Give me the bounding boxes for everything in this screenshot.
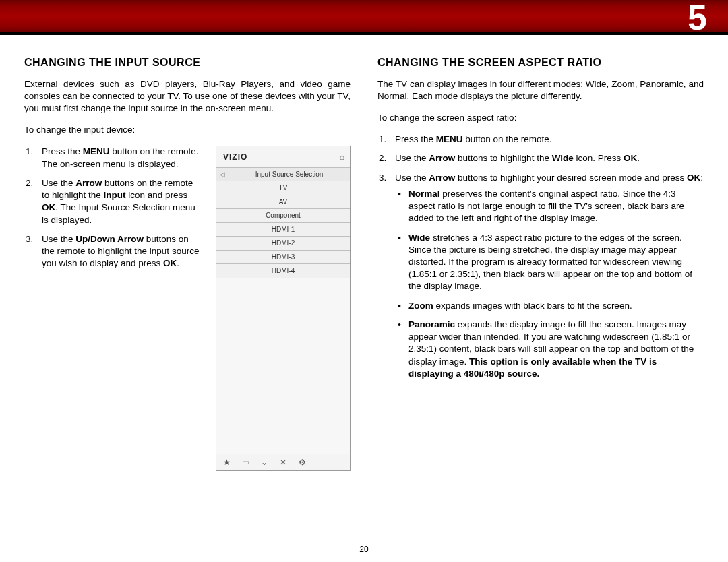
header-banner: 5: [0, 0, 728, 35]
mode-normal: Normal preserves the content's original …: [395, 188, 704, 225]
steps-with-figure: Press the MENU button on the remote. The…: [24, 146, 351, 270]
left-column: CHANGING THE INPUT SOURCE External devic…: [24, 55, 351, 387]
mode-wide: Wide stretches a 4:3 aspect ratio pictur…: [395, 232, 704, 293]
star-icon: ★: [220, 457, 233, 468]
osd-item: Component: [216, 209, 350, 223]
right-column: CHANGING THE SCREEN ASPECT RATIO The TV …: [377, 55, 704, 387]
left-step-3: Use the Up/Down Arrow buttons on the rem…: [24, 233, 200, 270]
page-number: 20: [359, 544, 368, 554]
right-step-3: Use the Arrow buttons to highlight your …: [377, 172, 704, 380]
right-step-2: Use the Arrow buttons to highlight the W…: [377, 152, 704, 164]
osd-item: AV: [216, 195, 350, 210]
back-icon: ◁: [216, 168, 229, 181]
right-leadin: To change the screen aspect ratio:: [377, 112, 704, 124]
aspect-modes: Normal preserves the content's original …: [395, 188, 704, 380]
chevron-down-icon: ⌄: [258, 457, 270, 468]
right-heading: CHANGING THE SCREEN ASPECT RATIO: [377, 55, 704, 70]
right-step-1: Press the MENU button on the remote.: [377, 133, 704, 146]
osd-footer: ★ ▭ ⌄ ✕ ⚙: [216, 454, 350, 470]
osd-title-row: ◁ Input Source Selection: [216, 167, 350, 182]
osd-header: VIZIO ⌂: [216, 146, 350, 166]
close-icon: ✕: [277, 457, 289, 468]
left-intro: External devices such as DVD players, Bl…: [24, 78, 351, 115]
osd-item: HDMI-1: [216, 223, 350, 237]
osd-item: TV: [216, 181, 350, 195]
home-icon: ⌂: [340, 152, 344, 162]
right-steps: Press the MENU button on the remote. Use…: [377, 133, 704, 380]
osd-item: HDMI-3: [216, 251, 350, 265]
left-heading: CHANGING THE INPUT SOURCE: [24, 55, 351, 70]
left-leadin: To change the input device:: [24, 124, 351, 136]
gear-icon: ⚙: [296, 457, 308, 468]
osd-body: [216, 278, 350, 454]
osd-item: HDMI-2: [216, 237, 350, 251]
mode-zoom: Zoom expands images with black bars to f…: [395, 300, 704, 312]
osd-title: Input Source Selection: [229, 168, 350, 181]
left-step-1: Press the MENU button on the remote. The…: [24, 146, 200, 170]
page-body: CHANGING THE INPUT SOURCE External devic…: [0, 35, 728, 387]
rect-icon: ▭: [239, 457, 251, 468]
osd-brand: VIZIO: [223, 152, 247, 162]
mode-panoramic: Panoramic expands the display image to f…: [395, 319, 704, 380]
chapter-number: 5: [688, 0, 706, 38]
right-intro: The TV can display images in four differ…: [377, 78, 704, 102]
left-step-2: Use the Arrow buttons on the remote to h…: [24, 177, 200, 226]
osd-item: HDMI-4: [216, 264, 350, 278]
osd-menu-figure: VIZIO ⌂ ◁ Input Source Selection TV AV C…: [216, 146, 351, 470]
left-steps: Press the MENU button on the remote. The…: [24, 146, 200, 270]
